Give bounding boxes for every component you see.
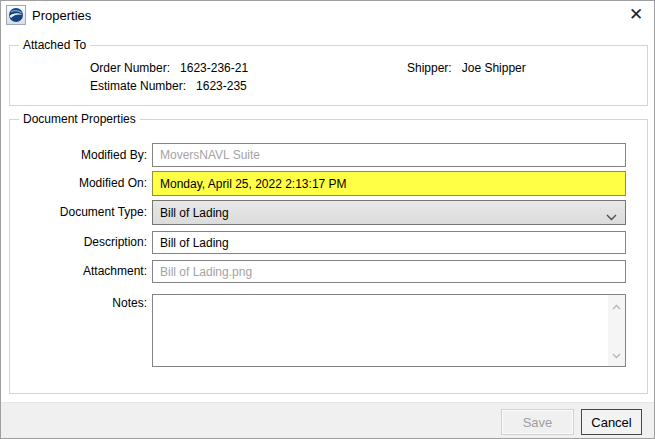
- titlebar: Properties ✕: [1, 1, 654, 33]
- document-type-value: Bill of Lading: [160, 206, 229, 220]
- shipper-row: Shipper:Joe Shipper: [407, 61, 526, 75]
- cancel-button[interactable]: Cancel: [581, 409, 642, 435]
- modified-on-field[interactable]: [152, 171, 626, 196]
- notes-field-wrap: [152, 294, 626, 367]
- shipper-value: Joe Shipper: [462, 61, 526, 75]
- attached-to-legend: Attached To: [19, 38, 90, 52]
- notes-label: Notes:: [10, 296, 147, 310]
- attachment-label: Attachment:: [10, 260, 147, 283]
- modified-on-label: Modified On:: [10, 171, 147, 196]
- attachment-field[interactable]: [152, 260, 626, 283]
- description-field[interactable]: [152, 231, 626, 254]
- window-title: Properties: [32, 8, 91, 23]
- document-properties-legend: Document Properties: [19, 112, 140, 126]
- attached-to-group: Attached To Order Number:1623-236-21 Est…: [9, 45, 648, 106]
- chevron-down-icon[interactable]: [612, 348, 621, 362]
- properties-dialog: Properties ✕ Attached To Order Number:16…: [0, 0, 655, 439]
- order-number-label: Order Number:: [90, 61, 170, 75]
- footer: Save Cancel: [1, 402, 654, 438]
- modified-by-field[interactable]: [152, 143, 626, 167]
- estimate-number-row: Estimate Number:1623-235: [90, 79, 247, 93]
- shipper-label: Shipper:: [407, 61, 452, 75]
- notes-scrollbar[interactable]: [608, 295, 625, 366]
- description-label: Description:: [10, 231, 147, 254]
- estimate-number-label: Estimate Number:: [90, 79, 186, 93]
- estimate-number-value: 1623-235: [196, 79, 247, 93]
- app-logo-icon: [6, 5, 26, 25]
- chevron-down-icon: [606, 210, 617, 224]
- document-type-label: Document Type:: [10, 200, 147, 225]
- document-type-dropdown[interactable]: Bill of Lading: [152, 200, 626, 225]
- save-button[interactable]: Save: [501, 409, 574, 435]
- modified-by-label: Modified By:: [10, 143, 147, 167]
- close-icon[interactable]: ✕: [626, 5, 646, 25]
- document-properties-group: Document Properties Modified By: Modifie…: [9, 119, 648, 394]
- chevron-up-icon[interactable]: [612, 299, 621, 313]
- order-number-row: Order Number:1623-236-21: [90, 61, 248, 75]
- notes-field[interactable]: [153, 295, 608, 366]
- order-number-value: 1623-236-21: [180, 61, 248, 75]
